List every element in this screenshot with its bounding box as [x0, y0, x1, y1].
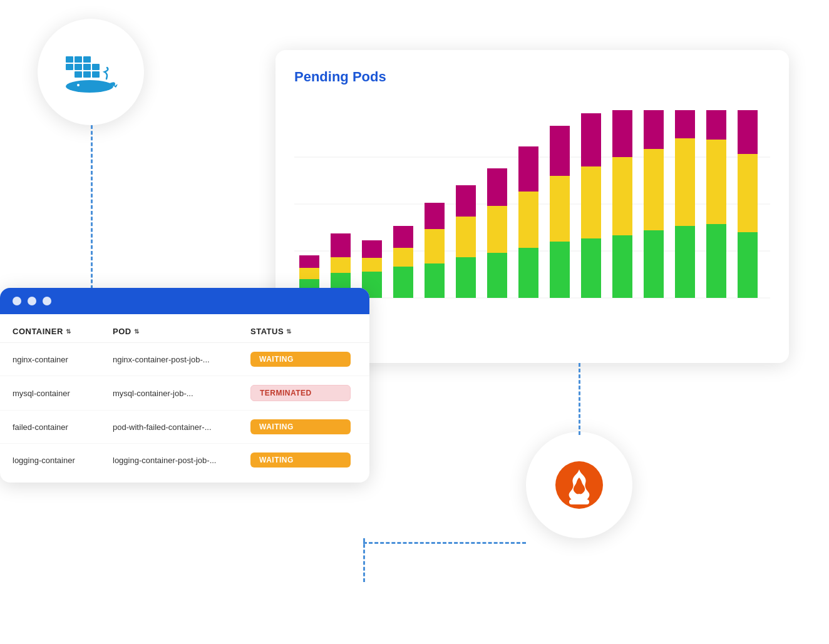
sort-icon-status: ⇅: [286, 328, 292, 335]
table-row: logging-container logging-container-post…: [0, 444, 369, 476]
svg-rect-4: [75, 64, 82, 70]
badge-3: WAITING: [250, 419, 351, 434]
svg-rect-36: [487, 168, 507, 206]
svg-rect-35: [487, 206, 507, 253]
svg-rect-8: [83, 71, 91, 78]
svg-rect-26: [393, 248, 413, 267]
svg-rect-49: [644, 230, 664, 298]
svg-rect-7: [75, 71, 82, 78]
badge-1: WAITING: [250, 352, 351, 367]
svg-rect-51: [644, 110, 664, 149]
svg-rect-28: [425, 263, 445, 298]
table-header-row: CONTAINER ⇅ POD ⇅ STATUS ⇅: [0, 320, 369, 343]
svg-rect-20: [331, 257, 351, 273]
docker-icon: [59, 50, 122, 94]
table-row: failed-container pod-with-failed-contain…: [0, 411, 369, 444]
svg-point-11: [77, 84, 80, 86]
svg-rect-0: [66, 56, 73, 63]
svg-rect-32: [456, 217, 476, 257]
svg-rect-58: [738, 232, 758, 298]
prometheus-circle: [526, 432, 632, 538]
cell-pod-2: mysql-container-job-...: [113, 389, 250, 398]
svg-rect-17: [299, 268, 319, 279]
cell-container-2: mysql-container: [13, 389, 113, 398]
svg-rect-3: [66, 64, 73, 70]
table-row: nginx-container nginx-container-post-job…: [0, 343, 369, 376]
chart-title: Pending Pods: [294, 69, 770, 85]
svg-rect-45: [581, 113, 601, 166]
header-pod: POD ⇅: [113, 327, 250, 336]
table-inner: CONTAINER ⇅ POD ⇅ STATUS ⇅ nginx-contain…: [0, 314, 369, 483]
svg-rect-44: [581, 166, 601, 238]
scene: Pending Pods: [0, 0, 829, 644]
svg-rect-53: [675, 138, 695, 226]
cell-pod-1: nginx-container-post-job-...: [113, 355, 250, 364]
svg-rect-60: [738, 110, 758, 154]
badge-2: TERMINATED: [250, 385, 351, 401]
header-container: CONTAINER ⇅: [13, 327, 113, 336]
svg-rect-56: [706, 140, 726, 224]
svg-rect-46: [612, 235, 632, 298]
svg-rect-2: [83, 56, 91, 63]
svg-rect-23: [362, 258, 382, 272]
svg-rect-62: [569, 499, 589, 504]
svg-rect-41: [550, 176, 570, 242]
cell-container-1: nginx-container: [13, 355, 113, 364]
svg-rect-57: [706, 110, 726, 140]
badge-4: WAITING: [250, 452, 351, 468]
sort-icon-container: ⇅: [66, 328, 71, 335]
svg-rect-24: [362, 240, 382, 258]
svg-rect-42: [550, 126, 570, 176]
svg-rect-43: [581, 238, 601, 298]
fire-connector-horizontal: [363, 542, 526, 544]
svg-rect-59: [738, 154, 758, 232]
svg-rect-38: [518, 192, 538, 248]
svg-rect-9: [92, 71, 100, 78]
docker-connector-vertical: [91, 125, 93, 300]
svg-rect-47: [612, 157, 632, 235]
svg-rect-54: [675, 110, 695, 138]
svg-rect-25: [393, 267, 413, 298]
svg-rect-40: [550, 242, 570, 298]
fire-connector-vertical: [579, 363, 580, 435]
svg-rect-27: [393, 226, 413, 248]
svg-rect-18: [299, 255, 319, 268]
header-status: STATUS ⇅: [250, 327, 351, 336]
titlebar-dot-1: [13, 297, 21, 305]
table-row: mysql-container mysql-container-job-... …: [0, 376, 369, 411]
sort-icon-pod: ⇅: [134, 328, 140, 335]
cell-pod-3: pod-with-failed-container-...: [113, 422, 250, 432]
svg-rect-52: [675, 226, 695, 298]
cell-pod-4: logging-container-post-job-...: [113, 456, 250, 465]
titlebar-dot-3: [43, 297, 51, 305]
table-titlebar: [0, 288, 369, 314]
svg-rect-55: [706, 224, 726, 298]
svg-rect-6: [92, 64, 100, 70]
svg-rect-37: [518, 248, 538, 298]
svg-point-10: [66, 80, 113, 93]
titlebar-dot-2: [28, 297, 36, 305]
svg-rect-5: [83, 64, 91, 70]
svg-rect-31: [456, 257, 476, 298]
svg-rect-29: [425, 229, 445, 263]
svg-rect-30: [425, 203, 445, 229]
fire-connector-vertical-2: [363, 538, 365, 582]
docker-circle: [38, 19, 144, 125]
prometheus-icon: [554, 460, 604, 510]
svg-rect-1: [75, 56, 82, 63]
cell-container-4: logging-container: [13, 456, 113, 465]
svg-rect-34: [487, 253, 507, 298]
cell-container-3: failed-container: [13, 422, 113, 432]
svg-rect-48: [612, 110, 632, 157]
svg-rect-21: [331, 233, 351, 257]
container-table-card: CONTAINER ⇅ POD ⇅ STATUS ⇅ nginx-contain…: [0, 288, 369, 483]
svg-rect-50: [644, 149, 664, 230]
svg-rect-39: [518, 146, 538, 192]
svg-rect-33: [456, 185, 476, 217]
